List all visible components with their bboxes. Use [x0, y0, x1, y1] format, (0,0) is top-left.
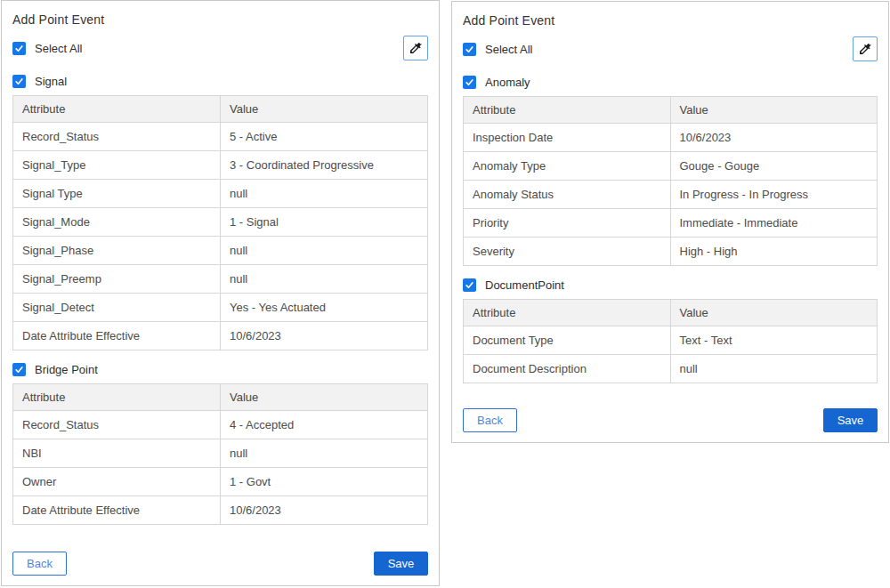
attribute-cell: Document Type: [464, 326, 671, 355]
value-cell: 10/6/2023: [670, 124, 878, 152]
col-header-value: Value: [221, 384, 428, 411]
layer-group: Signal Attribute Value Record_Status 5 -…: [12, 75, 428, 350]
value-cell: Yes - Yes Actuated: [221, 294, 428, 322]
table-row: Inspection Date 10/6/2023: [464, 124, 878, 152]
layer-checkbox[interactable]: [12, 363, 26, 376]
select-all-row: Select All: [12, 37, 428, 62]
eyedropper-button[interactable]: [853, 36, 878, 61]
value-cell: null: [221, 237, 428, 265]
panel-title: Add Point Event: [463, 13, 878, 28]
table-row: Signal Type null: [13, 180, 428, 208]
layer-checkbox[interactable]: [12, 75, 26, 88]
select-all-checkbox[interactable]: [463, 43, 476, 56]
layer-group: DocumentPoint Attribute Value Document T…: [463, 278, 878, 383]
table-row: Document Description null: [464, 355, 878, 383]
back-button[interactable]: Back: [463, 408, 517, 432]
save-button[interactable]: Save: [823, 408, 878, 432]
layer-groups: Anomaly Attribute Value Inspection Date …: [463, 63, 878, 383]
value-cell: null: [221, 265, 428, 294]
attribute-table: Attribute Value Record_Status 5 - Active…: [12, 95, 428, 350]
layer-checkbox[interactable]: [463, 76, 476, 89]
table-row: Priority Immediate - Immediate: [464, 209, 878, 238]
checkmark-icon: [14, 44, 24, 53]
value-cell: Gouge - Gouge: [670, 152, 878, 181]
footer: Back Save: [12, 552, 428, 576]
attribute-cell: Signal Type: [13, 180, 221, 208]
attribute-cell: Severity: [464, 238, 671, 266]
footer: Back Save: [463, 408, 878, 432]
checkmark-icon: [465, 77, 474, 87]
table-header-row: Attribute Value: [13, 384, 428, 411]
table-row: Anomaly Status In Progress - In Progress: [464, 181, 878, 209]
attribute-table: Attribute Value Inspection Date 10/6/202…: [463, 96, 878, 266]
value-cell: null: [670, 355, 878, 383]
table-header-row: Attribute Value: [13, 96, 428, 123]
layer-groups: Signal Attribute Value Record_Status 5 -…: [12, 62, 428, 525]
col-header-attribute: Attribute: [13, 384, 221, 411]
select-all-label: Select All: [485, 43, 532, 56]
layer-checkbox-row[interactable]: Signal: [12, 75, 428, 88]
value-cell: 4 - Accepted: [221, 411, 428, 439]
layer-checkbox-row[interactable]: Bridge Point: [12, 363, 428, 376]
layer-checkbox-row[interactable]: DocumentPoint: [463, 278, 878, 292]
col-header-value: Value: [221, 96, 428, 123]
table-row: Date Attribute Effective 10/6/2023: [13, 322, 428, 350]
checkmark-icon: [14, 365, 24, 375]
attribute-cell: Anomaly Status: [464, 181, 671, 209]
value-cell: 10/6/2023: [221, 496, 428, 525]
col-header-value: Value: [670, 97, 878, 124]
back-button[interactable]: Back: [12, 552, 67, 576]
table-row: Signal_Phase null: [13, 237, 428, 265]
col-header-attribute: Attribute: [464, 97, 671, 124]
table-row: Owner 1 - Govt: [13, 468, 428, 496]
table-row: Signal_Detect Yes - Yes Actuated: [13, 294, 428, 322]
table-row: Signal_Mode 1 - Signal: [13, 208, 428, 237]
spacer: [12, 525, 428, 552]
value-cell: 5 - Active: [221, 123, 428, 151]
attribute-cell: NBI: [13, 439, 221, 468]
checkmark-icon: [465, 44, 474, 54]
table-row: Severity High - High: [464, 238, 878, 266]
add-point-event-panel: Add Point Event Select All Signal Attr: [1, 0, 440, 586]
layer-checkbox-row[interactable]: Anomaly: [463, 76, 878, 89]
table-row: Date Attribute Effective 10/6/2023: [13, 496, 428, 525]
attribute-table: Attribute Value Document Type Text - Tex…: [463, 299, 878, 383]
layer-label: Anomaly: [485, 76, 530, 89]
save-button[interactable]: Save: [374, 552, 428, 576]
attribute-cell: Date Attribute Effective: [13, 322, 221, 350]
value-cell: 10/6/2023: [221, 322, 428, 350]
checkmark-icon: [14, 77, 24, 86]
value-cell: 1 - Govt: [221, 468, 428, 496]
table-header-row: Attribute Value: [464, 97, 878, 124]
attribute-cell: Signal_Phase: [13, 237, 221, 265]
layer-checkbox[interactable]: [463, 278, 476, 292]
value-cell: In Progress - In Progress: [670, 181, 878, 209]
attribute-cell: Date Attribute Effective: [13, 496, 221, 525]
value-cell: Text - Text: [670, 326, 878, 355]
attribute-cell: Priority: [464, 209, 671, 238]
attribute-table: Attribute Value Record_Status 4 - Accept…: [12, 383, 428, 525]
select-all-checkbox[interactable]: [12, 42, 26, 55]
eyedropper-button[interactable]: [403, 36, 428, 60]
select-all-row: Select All: [463, 38, 878, 63]
attribute-cell: Owner: [13, 468, 221, 496]
col-header-attribute: Attribute: [13, 96, 221, 123]
value-cell: null: [221, 439, 428, 468]
select-all-checkbox-row[interactable]: Select All: [12, 42, 82, 55]
table-row: Signal_Type 3 - Coordinated Progressive: [13, 151, 428, 180]
add-point-event-panel: Add Point Event Select All Anomaly Att: [451, 1, 889, 443]
checkmark-icon: [465, 280, 474, 290]
attribute-cell: Signal_Preemp: [13, 265, 221, 294]
value-cell: Immediate - Immediate: [670, 209, 878, 238]
layer-label: Signal: [35, 75, 67, 88]
table-row: Record_Status 5 - Active: [13, 123, 428, 151]
attribute-cell: Document Description: [464, 355, 671, 383]
table-header-row: Attribute Value: [464, 300, 878, 326]
col-header-attribute: Attribute: [464, 300, 671, 326]
attribute-cell: Signal_Mode: [13, 208, 221, 237]
attribute-cell: Inspection Date: [464, 124, 671, 152]
eyedropper-icon: [858, 42, 872, 56]
attribute-cell: Record_Status: [13, 411, 221, 439]
layer-group: Anomaly Attribute Value Inspection Date …: [463, 76, 878, 266]
select-all-checkbox-row[interactable]: Select All: [463, 43, 532, 56]
